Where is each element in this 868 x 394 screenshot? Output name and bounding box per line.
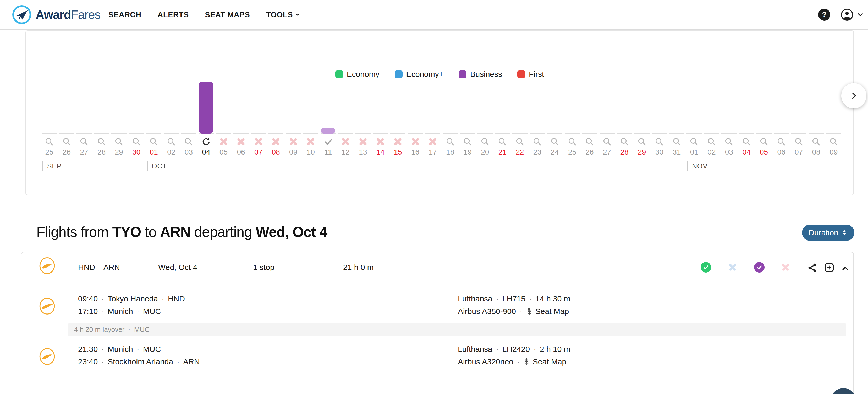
collapse-chevron-icon[interactable] [841,264,850,274]
calendar-day-26[interactable]: 26 [581,31,598,173]
share-icon[interactable] [807,263,817,274]
calendar-day-02[interactable]: 02 [703,31,720,173]
search-icon [445,137,455,146]
baseline-tick [652,133,667,134]
account-menu-chevron-icon[interactable] [857,11,864,18]
calendar-day-09[interactable]: 09 [825,31,842,173]
day-label: 31 [668,148,685,156]
day-label: 24 [546,148,563,156]
summary-stops: 1 stop [253,263,275,272]
baseline-tick [425,133,440,134]
calendar-day-28[interactable]: 28 [93,31,110,173]
calendar-day-27[interactable]: 27 [75,31,93,173]
search-icon [794,137,804,146]
calendar-day-30[interactable]: 30 [128,31,145,173]
day-label: 05 [755,148,773,156]
baseline-tick [373,133,388,134]
add-to-compare-icon[interactable] [824,262,835,274]
calendar-day-26[interactable]: 26 [58,31,75,173]
calendar-day-05[interactable]: 05 [215,31,232,173]
calendar-day-31[interactable]: 31 [668,31,685,173]
account-icon[interactable] [841,8,853,21]
calendar-day-08[interactable]: 08 [267,31,284,173]
calendar-day-03[interactable]: 03 [180,31,197,173]
calendar-day-14[interactable]: 14 [372,31,389,173]
calendar-day-28[interactable]: 28 [616,31,633,173]
day-label: 07 [250,148,267,156]
calendar-day-21[interactable]: 21 [494,31,511,173]
search-icon [80,137,89,146]
day-label: 03 [180,148,197,156]
calendar-day-27[interactable]: 27 [598,31,616,173]
day-label: 13 [354,148,372,156]
calendar-day-29[interactable]: 29 [633,31,651,173]
calendar-day-19[interactable]: 19 [459,31,476,173]
seat-map-link[interactable]: Seat Map [526,307,569,316]
calendar-day-11[interactable]: 11 [319,31,337,173]
calendar-day-10[interactable]: 10 [302,31,319,173]
calendar-day-03[interactable]: 03 [720,31,738,173]
calendar-day-05[interactable]: 05 [755,31,773,173]
nav-alerts[interactable]: ALERTS [157,10,189,19]
calendar-day-25[interactable]: 25 [40,31,58,173]
search-icon [498,137,507,146]
calendar-day-12[interactable]: 12 [337,31,354,173]
calendar-day-01[interactable]: 01 [145,31,162,173]
search-icon [811,137,821,146]
day-label: 28 [93,148,110,156]
calendar-day-06[interactable]: 06 [773,31,790,173]
calendar-day-30[interactable]: 30 [651,31,668,173]
month-label-sep: SEP [47,162,62,170]
nav-tools[interactable]: TOOLS [266,10,301,19]
baseline-tick [826,133,841,134]
calendar-day-02[interactable]: 02 [163,31,180,173]
seat-map-link[interactable]: Seat Map [523,357,566,366]
calendar-day-07[interactable]: 07 [250,31,267,173]
baseline-tick [146,133,161,134]
baseline-tick [809,133,824,134]
departure-date: Wed, Oct 4 [256,224,327,240]
next-dates-button[interactable] [841,83,866,108]
nav-search[interactable]: SEARCH [108,10,141,19]
calendar-day-13[interactable]: 13 [354,31,372,173]
summary-divider [22,279,853,279]
search-icon [114,137,124,146]
baseline-tick [216,133,231,134]
search-icon [689,137,699,146]
help-icon[interactable]: ? [818,9,830,21]
baseline-tick [355,133,371,134]
day-label: 18 [442,148,459,156]
baseline-tick [76,133,92,134]
calendar-day-07[interactable]: 07 [790,31,807,173]
awardfares-logo[interactable]: AwardFares [11,0,100,29]
x-icon [411,137,420,146]
calendar-day-23[interactable]: 23 [529,31,546,173]
calendar-day-22[interactable]: 22 [511,31,529,173]
x-icon [219,137,228,146]
day-label: 20 [476,148,494,156]
search-icon [44,137,54,146]
calendar-day-15[interactable]: 15 [389,31,406,173]
calendar-day-08[interactable]: 08 [807,31,825,173]
nav-seat-maps[interactable]: SEAT MAPS [205,10,250,19]
baseline-tick [129,133,144,134]
calendar-day-18[interactable]: 18 [442,31,459,173]
search-icon [724,137,734,146]
calendar-day-29[interactable]: 29 [110,31,128,173]
origin-code: TYO [112,224,141,240]
calendar-day-20[interactable]: 20 [476,31,494,173]
sort-icon [841,229,848,236]
calendar-day-25[interactable]: 25 [564,31,581,173]
calendar-day-09[interactable]: 09 [285,31,302,173]
calendar-day-04[interactable]: 04 [738,31,755,173]
x-icon [393,137,403,146]
sort-duration-button[interactable]: Duration [802,225,855,241]
calendar-day-24[interactable]: 24 [546,31,563,173]
calendar-day-16[interactable]: 16 [407,31,424,173]
calendar-day-01[interactable]: 01 [685,31,703,173]
search-icon [637,137,647,146]
destination-code: ARN [160,224,190,240]
layover-info: 4 h 20 m layover·MUC [68,323,846,336]
calendar-day-06[interactable]: 06 [232,31,250,173]
calendar-day-17[interactable]: 17 [424,31,441,173]
